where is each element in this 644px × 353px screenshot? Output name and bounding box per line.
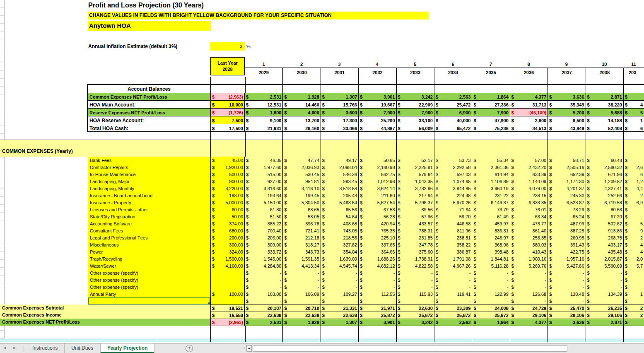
account-cell[interactable]: $47,900	[472, 116, 509, 124]
expense-cell[interactable]: $700.40	[245, 227, 282, 234]
expense-cell[interactable]: $-	[510, 276, 548, 283]
account-cell-partial[interactable]: $	[623, 93, 644, 101]
expense-cell[interactable]: $65.24	[548, 213, 585, 220]
totals-cell-partial[interactable]: $2	[623, 305, 644, 312]
expense-cell[interactable]: $231.22	[472, 192, 509, 199]
expense-ly-cell[interactable]: $4,160.00	[210, 262, 245, 269]
totals-ly-cell[interactable]: $19,521	[210, 305, 245, 312]
expense-cell[interactable]: $252.66	[586, 192, 623, 199]
expense-cell-partial[interactable]: $2,0	[623, 255, 644, 262]
expense-cell[interactable]: $-	[282, 276, 320, 283]
expense-cell-partial[interactable]: $1	[623, 290, 644, 297]
expense-cell[interactable]: $721.41	[282, 227, 320, 234]
totals-cell[interactable]: $25,872	[358, 312, 396, 319]
totals-cell[interactable]: $25,470	[548, 305, 585, 312]
expense-cell[interactable]: $-	[586, 269, 623, 276]
expense-cell[interactable]: $122.99	[472, 290, 509, 297]
inflation-input-cell[interactable]: 3	[210, 42, 245, 51]
expense-cell[interactable]: $206.00	[245, 234, 282, 241]
expense-cell[interactable]: $245.30	[548, 192, 585, 199]
expense-cell-partial[interactable]: $5,7	[623, 262, 644, 269]
expense-cell[interactable]: $3,316.60	[245, 185, 282, 192]
account-cell[interactable]: $25,472	[434, 101, 472, 109]
expense-cell[interactable]: $5,627.54	[358, 199, 396, 206]
expense-cell[interactable]: $3,416.10	[282, 185, 320, 192]
expense-cell[interactable]: $2,432.20	[510, 164, 548, 171]
totals-cell[interactable]: $22,630	[396, 305, 434, 312]
expense-cell[interactable]: $51.50	[245, 213, 282, 220]
expense-cell[interactable]: $52.17	[396, 157, 434, 164]
account-cell[interactable]: $8,500	[548, 116, 585, 124]
expense-cell[interactable]: $4,545.74	[321, 262, 358, 269]
account-cell[interactable]: $17,300	[321, 116, 358, 124]
expense-cell[interactable]: $-	[245, 297, 282, 305]
expense-cell[interactable]: $67.20	[586, 213, 623, 220]
account-cell[interactable]: $5,700	[548, 109, 585, 116]
expense-cell[interactable]: $420.94	[358, 220, 396, 227]
account-row-label[interactable]: HOA Main Account:	[88, 101, 210, 109]
expense-cell[interactable]: $69.56	[396, 206, 434, 213]
expense-cell[interactable]: $375.60	[396, 248, 434, 255]
totals-cell[interactable]: $29,106	[510, 312, 548, 319]
expense-cell[interactable]: $224.48	[434, 192, 472, 199]
tab-resize-handle[interactable]: ⋮⋮	[242, 345, 246, 350]
column-header-year[interactable]: 62034	[434, 58, 472, 77]
account-cell[interactable]: $25,200	[358, 116, 396, 124]
expense-cell[interactable]: $546.36	[321, 171, 358, 178]
expense-cell-partial[interactable]: $6,9	[623, 199, 644, 206]
expense-cell[interactable]: $913.86	[586, 227, 623, 234]
expense-label[interactable]: Power	[88, 248, 210, 255]
expense-cell[interactable]: $5,150.00	[245, 199, 282, 206]
expense-cell[interactable]: $1,209.52	[586, 178, 623, 185]
expense-ly-cell[interactable]: $324.00	[210, 248, 245, 255]
expense-cell[interactable]: $333.72	[245, 248, 282, 255]
expense-label[interactable]: Other expense (specify)	[88, 283, 210, 290]
expense-ly-cell[interactable]	[210, 269, 245, 276]
expense-cell[interactable]: $2,160.98	[358, 164, 396, 171]
expense-cell[interactable]: $5,970.26	[434, 199, 472, 206]
totals-cell[interactable]: $4,377	[510, 319, 548, 326]
column-header-year[interactable]: 102038	[586, 58, 623, 77]
account-cell[interactable]: $13,700	[282, 116, 320, 124]
expense-cell[interactable]: $5,269.76	[510, 262, 548, 269]
expense-cell[interactable]: $-	[586, 276, 623, 283]
expense-cell[interactable]: $3,624.14	[358, 185, 396, 192]
account-cell[interactable]: $6,900	[434, 109, 472, 116]
expense-cell[interactable]: $211.60	[358, 192, 396, 199]
expense-cell[interactable]: $-	[548, 283, 585, 290]
totals-cell[interactable]: $1,928	[282, 319, 320, 326]
expense-cell[interactable]: $56.28	[358, 213, 396, 220]
expense-label[interactable]: Legal and Professional Fees	[88, 234, 210, 241]
expense-cell[interactable]: $887.25	[548, 227, 585, 234]
expense-cell[interactable]: $-	[321, 269, 358, 276]
expense-cell[interactable]: $515.00	[245, 171, 282, 178]
org-name-cell[interactable]: Anytown HOA	[88, 21, 211, 31]
expense-label[interactable]: Consultant Fees	[88, 227, 210, 234]
expense-label[interactable]: Miscellaneous	[88, 241, 210, 248]
expense-cell[interactable]: $-	[472, 276, 509, 283]
account-cell[interactable]: $3,901	[358, 93, 396, 101]
expense-cell[interactable]: $115.93	[396, 290, 434, 297]
expense-label[interactable]: Landscaping, Monthly	[88, 185, 210, 192]
expense-cell[interactable]: $-	[245, 269, 282, 276]
expense-cell-partial[interactable]: $	[623, 269, 644, 276]
expense-cell[interactable]: $-	[396, 283, 434, 290]
expense-cell[interactable]: $6,333.85	[510, 199, 548, 206]
expense-cell[interactable]: $60.48	[586, 157, 623, 164]
expense-cell[interactable]: $473.77	[510, 220, 548, 227]
expense-cell[interactable]: $487.99	[548, 220, 585, 227]
expense-ly-cell[interactable]: $680.00	[210, 227, 245, 234]
account-cell[interactable]: $1,600	[245, 109, 282, 116]
expense-cell[interactable]: $354.04	[321, 248, 358, 255]
expense-cell[interactable]: $6,719.58	[586, 199, 623, 206]
account-ly-cell[interactable]: $10,000	[210, 101, 245, 109]
expense-cell[interactable]: $2,292.58	[434, 164, 472, 171]
totals-ly-cell[interactable]: $16,558	[210, 312, 245, 319]
expense-cell[interactable]: $47.74	[282, 157, 320, 164]
expense-cell[interactable]: $2,580.32	[586, 164, 623, 171]
expense-cell[interactable]: $-	[586, 283, 623, 290]
expense-cell[interactable]: $433.57	[396, 220, 434, 227]
expense-cell-partial[interactable]: $4,4	[623, 185, 644, 192]
expense-cell[interactable]: $391.43	[548, 241, 585, 248]
expense-label[interactable]: Bank Fees	[88, 157, 210, 164]
